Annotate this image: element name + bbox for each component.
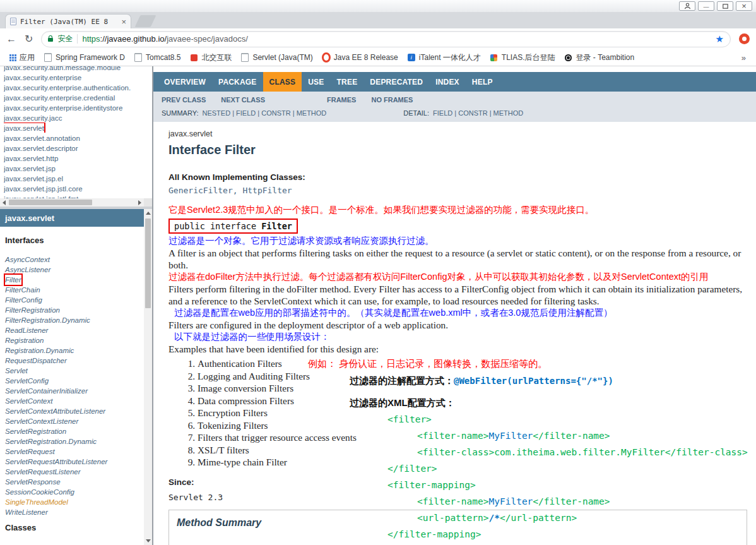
no-frames-link[interactable]: NO FRAMES xyxy=(371,96,413,104)
package-link[interactable]: javax.servlet.annotation xyxy=(4,133,80,143)
topnav-item[interactable]: HELP xyxy=(466,72,499,92)
refresh-button[interactable] xyxy=(25,34,33,44)
topnav-item[interactable]: OVERVIEW xyxy=(158,72,212,92)
package-link[interactable]: javax.servlet.descriptor xyxy=(4,143,78,153)
package-link[interactable]: javax.security.enterprise xyxy=(4,73,81,82)
vertical-scrollbar[interactable] xyxy=(144,209,152,545)
interface-link[interactable]: RequestDispatcher xyxy=(5,356,67,366)
bookmark-star-button[interactable] xyxy=(716,34,724,44)
package-link[interactable]: javax.servlet.jsp.el xyxy=(4,174,63,183)
scroll-thumb[interactable] xyxy=(9,200,92,205)
back-button[interactable] xyxy=(6,34,16,44)
subnav-row-summary: SUMMARY: NESTED | FIELD | CONSTR | METHO… xyxy=(162,109,748,117)
package-title-link[interactable]: javax.servlet xyxy=(5,213,54,223)
bookmark-item[interactable]: Servlet (Java(TM) xyxy=(236,51,317,65)
next-class-link[interactable]: NEXT CLASS xyxy=(221,96,265,104)
red-annotation-2: 过滤器在doFilter方法中执行过滤。每个过滤器都有权访问FilterConf… xyxy=(168,271,747,283)
interface-link[interactable]: SingleThreadModel xyxy=(5,497,68,507)
browser-tab[interactable]: Filter (Java(TM) EE 8 xyxy=(5,14,131,28)
interface-link[interactable]: ReadListener xyxy=(5,325,48,335)
apps-shortcut[interactable]: 应用 xyxy=(5,51,39,65)
extension-button[interactable] xyxy=(739,33,750,44)
interface-link[interactable]: ServletRegistration xyxy=(5,426,66,436)
scroll-thumb[interactable] xyxy=(145,219,151,308)
interface-link[interactable]: ServletContainerInitializer xyxy=(5,386,88,396)
topnav-item[interactable]: TREE xyxy=(331,72,364,92)
bookmarks-overflow-button[interactable]: » xyxy=(736,53,751,63)
detail-links[interactable]: FIELD | CONSTR | METHOD xyxy=(433,109,523,117)
package-link[interactable]: javax.security.enterprise.authentication… xyxy=(4,83,131,92)
topnav-item[interactable]: DEPRECATED xyxy=(363,72,429,92)
interface-link[interactable]: ServletConfig xyxy=(5,376,49,386)
interface-link[interactable]: FilterRegistration.Dynamic xyxy=(5,315,90,325)
interface-link[interactable]: SessionCookieConfig xyxy=(5,487,74,497)
package-link[interactable]: javax.security.jacc xyxy=(4,113,62,123)
interface-link[interactable]: ServletContextAttributeListener xyxy=(5,406,105,416)
scroll-track[interactable] xyxy=(144,217,152,537)
class-list-frame: javax.servlet Interfaces AsyncContext As… xyxy=(0,209,152,545)
interface-link[interactable]: FilterChain xyxy=(5,285,40,295)
package-link[interactable]: javax.security.enterprise.credential xyxy=(4,93,115,102)
bookmark-item[interactable]: Java EE 8 Release xyxy=(317,51,403,65)
scroll-down-button[interactable] xyxy=(144,537,152,545)
bookmark-item[interactable]: 登录 - Teambition xyxy=(560,51,639,65)
address-bar[interactable]: 安全 https://javaee.github.io/javaee-spec/… xyxy=(41,31,731,47)
topnav-item[interactable]: PACKAGE xyxy=(212,72,263,92)
bookmark-item[interactable]: 北交互联 xyxy=(185,51,236,65)
bookmark-item[interactable]: Spring Framework D xyxy=(39,51,129,65)
interface-link[interactable]: ServletRegistration.Dynamic xyxy=(5,436,97,446)
bookmark-item[interactable]: iTalent 一体化人才 xyxy=(403,51,485,65)
bookmark-label: 北交互联 xyxy=(201,52,232,63)
package-link[interactable]: javax.security.auth.message.module xyxy=(4,66,121,72)
new-tab-button[interactable] xyxy=(135,15,157,27)
package-link[interactable]: javax.servlet.http xyxy=(4,153,58,163)
summary-links[interactable]: NESTED | FIELD | CONSTR | METHOD xyxy=(202,109,326,117)
package-link[interactable]: javax.servlet.jsp xyxy=(4,164,56,173)
interface-link[interactable]: AsyncContext xyxy=(5,255,50,265)
javadoc-frames: javax.security.auth.message.module javax… xyxy=(0,66,756,545)
scroll-left-button[interactable] xyxy=(0,198,8,207)
doc-package-name: javax.servlet xyxy=(168,129,747,138)
interface-link[interactable]: WriteListener xyxy=(5,507,48,517)
interface-link[interactable]: ServletContextListener xyxy=(5,416,78,426)
interface-link[interactable]: Filter xyxy=(5,275,21,285)
topnav-item[interactable]: INDEX xyxy=(429,72,466,92)
horizontal-scrollbar[interactable] xyxy=(0,198,144,207)
prev-class-link[interactable]: PREV CLASS xyxy=(162,96,206,104)
scroll-up-button[interactable] xyxy=(144,209,152,217)
topnav-item[interactable]: CLASS xyxy=(263,72,302,92)
package-link[interactable]: javax.servlet.jsp.jstl.core xyxy=(4,184,83,193)
minimize-button[interactable] xyxy=(698,1,714,11)
topnav-item[interactable]: USE xyxy=(302,72,330,92)
summary-label: SUMMARY: xyxy=(162,109,198,117)
bookmark-label: iTalent 一体化人才 xyxy=(419,52,481,63)
profile-button[interactable] xyxy=(679,1,695,11)
close-button[interactable] xyxy=(736,1,752,11)
scroll-right-button[interactable] xyxy=(136,198,144,207)
interface-row: AsyncContext xyxy=(4,254,142,264)
bookmark-item[interactable]: Tomcat8.5 xyxy=(129,51,185,65)
interface-link[interactable]: ServletRequest xyxy=(5,446,55,457)
interface-link[interactable]: ServletRequestAttributeListener xyxy=(5,457,107,467)
bookmark-item[interactable]: TLIAS.后台登陆 xyxy=(485,51,560,65)
tab-close-button[interactable] xyxy=(121,18,126,26)
package-link[interactable]: javax.security.enterprise.identitystore xyxy=(4,103,122,112)
package-row: javax.security.enterprise.credential xyxy=(4,92,152,102)
implementing-classes-heading: All Known Implementing Classes: xyxy=(168,172,747,182)
interface-link[interactable]: AsyncListener xyxy=(5,265,50,275)
interface-link[interactable]: ServletRequestListener xyxy=(5,467,81,477)
interface-link[interactable]: ServletResponse xyxy=(5,477,61,487)
maximize-button[interactable] xyxy=(717,1,733,11)
frames-link[interactable]: FRAMES xyxy=(327,96,356,104)
package-frame-header: javax.servlet xyxy=(0,209,152,227)
interface-link[interactable]: Registration xyxy=(5,335,44,345)
interface-link[interactable]: Registration.Dynamic xyxy=(5,345,74,356)
interface-link[interactable]: FilterConfig xyxy=(5,295,42,305)
package-link[interactable]: javax.servlet xyxy=(4,123,44,133)
implementing-classes-links[interactable]: GenericFilter, HttpFilter xyxy=(168,186,747,195)
interface-row: ServletContextAttributeListener xyxy=(4,405,142,416)
interface-link[interactable]: Servlet xyxy=(5,366,28,376)
interface-link[interactable]: ServletContext xyxy=(5,396,52,406)
scroll-track[interactable] xyxy=(8,198,136,207)
interface-link[interactable]: FilterRegistration xyxy=(5,305,60,315)
